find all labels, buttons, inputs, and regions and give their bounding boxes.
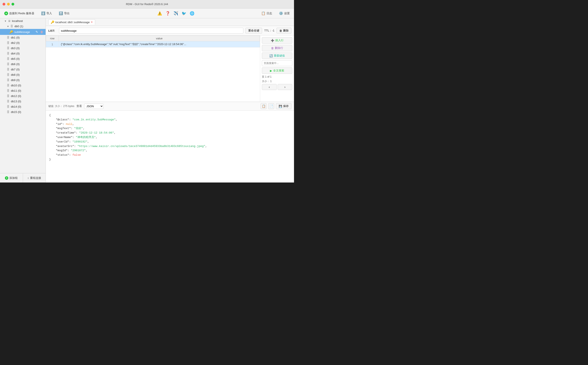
- connect-icon: +: [4, 12, 8, 15]
- reconnect-label: 重组连接: [30, 176, 41, 180]
- copy-button[interactable]: 📋: [261, 103, 266, 109]
- save-label: 保存: [283, 104, 289, 108]
- database-icon: 🗄: [7, 105, 10, 108]
- database-icon: 🗄: [7, 68, 10, 71]
- reload-label: 重载键值: [274, 54, 285, 58]
- size-label: 键值: 大小：: [48, 105, 63, 108]
- log-label: 日志: [266, 12, 272, 15]
- sidebar-item-db11[interactable]: 🗄 db11 (0): [0, 88, 46, 93]
- warning-icon[interactable]: ⚠️: [157, 11, 162, 16]
- delete-label: 删除: [283, 29, 289, 33]
- sidebar-item-db3[interactable]: 🗄 db3 (0): [0, 46, 46, 51]
- insert-row-button[interactable]: ➕ 插入行: [262, 37, 292, 44]
- full-search-button[interactable]: ▶ 全文搜索: [262, 67, 292, 74]
- save-button[interactable]: 💾 保存: [276, 103, 291, 109]
- database-icon: 🗄: [7, 78, 10, 82]
- sidebar-item-db10[interactable]: 🗄 db10 (0): [0, 83, 46, 88]
- prev-page-button[interactable]: ‹: [262, 84, 277, 90]
- tab-close-button[interactable]: ✕: [91, 21, 93, 24]
- sidebar-item-db2[interactable]: 🗄 db2 (0): [0, 40, 46, 46]
- sidebar-item-localhost[interactable]: ▼ 🖥 localhost: [0, 18, 46, 24]
- tab-submessage[interactable]: 🔑 localhost::db0::subMessage ✕: [48, 19, 95, 25]
- settings-label: 设置: [284, 12, 290, 15]
- sidebar-item-db4[interactable]: 🗄 db4 (0): [0, 51, 46, 56]
- full-search-label: 全文搜索: [273, 69, 284, 72]
- tab-bar: 🔑 localhost::db0::subMessage ✕: [46, 18, 294, 26]
- sidebar-item-db7[interactable]: 🗄 db7 (0): [0, 67, 46, 72]
- connect-button[interactable]: + 连接到 Redis 服务器: [3, 11, 36, 16]
- server-icon: 🖥: [8, 19, 11, 22]
- db7-label: db7 (0): [11, 68, 44, 71]
- key-name-input[interactable]: [59, 28, 243, 34]
- paste-button[interactable]: 📄: [268, 103, 274, 109]
- format-select[interactable]: JSON Plain Text: [84, 104, 103, 109]
- col-row-header: row: [46, 36, 59, 41]
- twitter-icon[interactable]: 🐦: [182, 11, 186, 16]
- save-icon: 💾: [279, 105, 282, 108]
- json-line-username: "userName": "神奇的程序员",: [49, 135, 291, 140]
- telegram-icon[interactable]: ✈️: [173, 11, 178, 16]
- minimize-button[interactable]: [7, 3, 10, 6]
- db10-label: db10 (0): [11, 84, 44, 87]
- page-num-value: 1: [265, 75, 266, 78]
- db0-label: db0 (1): [14, 25, 44, 28]
- world-icon[interactable]: 🌐: [190, 11, 194, 16]
- database-icon: 🗄: [7, 73, 10, 76]
- page-search-input[interactable]: [262, 60, 292, 66]
- db6-label: db6 (0): [11, 63, 44, 66]
- sidebar-item-db8[interactable]: 🗄 db8 (0): [0, 72, 46, 77]
- add-icon: +: [5, 176, 8, 180]
- reconnect-button[interactable]: ↕ 重组连接: [23, 173, 46, 182]
- sidebar-item-db13[interactable]: 🗄 db13 (0): [0, 99, 46, 104]
- key-delete-button[interactable]: 🗑: [40, 30, 44, 34]
- reconnect-icon: ↕: [28, 176, 29, 180]
- insert-icon: ➕: [271, 39, 274, 42]
- close-button[interactable]: [3, 3, 5, 6]
- db15-label: db15 (0): [11, 110, 44, 114]
- reload-button[interactable]: 🔄 重载键值: [262, 53, 292, 59]
- log-icon: 📋: [261, 11, 265, 15]
- next-page-button[interactable]: ›: [278, 84, 293, 90]
- json-line-msgtext: "msgText": "你好",: [49, 126, 291, 131]
- sidebar-item-db14[interactable]: 🗄 db14 (0): [0, 104, 46, 109]
- sidebar-item-db6[interactable]: 🗄 db6 (0): [0, 62, 46, 67]
- key-edit-button[interactable]: ✎: [35, 30, 39, 34]
- ttl-label: TTL：-1: [264, 29, 274, 33]
- log-button[interactable]: 📋 日志: [259, 10, 274, 16]
- maximize-button[interactable]: [12, 3, 14, 6]
- info-icon[interactable]: ❓: [165, 11, 170, 16]
- sidebar-item-db1[interactable]: 🗄 db1 (0): [0, 35, 46, 40]
- db14-label: db14 (0): [11, 105, 44, 108]
- delete-row-button[interactable]: 🗑 删除行: [262, 45, 292, 51]
- chevron-down-icon: ▼: [7, 25, 9, 28]
- sidebar-item-db15[interactable]: 🗄 db15 (0): [0, 109, 46, 115]
- database-icon: 🗄: [7, 110, 10, 114]
- list-table-container: row value 1 {"@class":"com.lk.entity.Sub…: [46, 35, 260, 102]
- key-name: subMessage: [14, 30, 34, 34]
- chevron-down-icon: ▼: [4, 20, 7, 22]
- json-line-avatarsrc: "avatarSrc": "https://www.kaisir.cn/uplo…: [49, 144, 291, 149]
- sidebar-item-subMessage[interactable]: 🔑 subMessage ✎ 🗑: [0, 29, 46, 35]
- toolbar-center: ⚠️ ❓ ✈️ 🐦 🌐: [94, 11, 258, 16]
- insert-label: 插入行: [275, 38, 284, 42]
- delete-button[interactable]: 🗑 删除: [277, 28, 291, 34]
- window-controls[interactable]: [3, 3, 14, 6]
- database-icon: 🗄: [7, 84, 10, 87]
- rename-button[interactable]: 重命名键: [245, 28, 262, 34]
- import-button[interactable]: ⬇️ 导入: [39, 10, 54, 16]
- sidebar-item-db9[interactable]: 🗄 db9 (0): [0, 77, 46, 83]
- table-row[interactable]: 1 {"@class":"com.lk.entity.SubMessage","…: [46, 41, 260, 47]
- sidebar-item-db5[interactable]: 🗄 db5 (0): [0, 56, 46, 62]
- sidebar-item-db12[interactable]: 🗄 db12 (0): [0, 93, 46, 99]
- json-editor: { "@class": "com.lk.entity.SubMessage", …: [46, 111, 294, 182]
- full-search-icon: ▶: [270, 69, 272, 72]
- add-group-button[interactable]: + 添加组: [0, 173, 23, 182]
- delete-row-label: 删除行: [275, 46, 283, 50]
- settings-button[interactable]: ⚙️ 设置: [277, 10, 291, 16]
- value-editor-header: 键值: 大小： 275 bytes 查看 JSON Plain Text 📋 📄…: [46, 102, 294, 111]
- sidebar-item-db0[interactable]: ▼ 🗄 db0 (1): [0, 24, 46, 29]
- data-table: row value 1 {"@class":"com.lk.entity.Sub…: [46, 35, 260, 47]
- toolbar-right: 📋 日志 ⚙️ 设置: [259, 10, 291, 16]
- toolbar-left: + 连接到 Redis 服务器 ⬇️ 导入 ⬆️ 导出: [3, 10, 92, 16]
- export-button[interactable]: ⬆️ 导出: [57, 10, 71, 16]
